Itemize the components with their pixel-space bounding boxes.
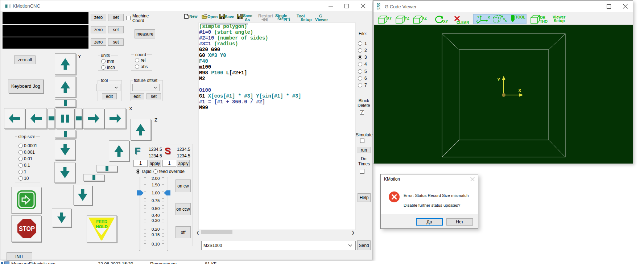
svg-text:Z: Z [476, 19, 478, 23]
svg-text:Y: Y [477, 15, 479, 19]
svg-text:X: X [488, 16, 490, 19]
svg-text:Y: Y [497, 77, 500, 82]
svg-text:STOP: STOP [19, 225, 35, 232]
svg-text:X: X [518, 88, 521, 93]
